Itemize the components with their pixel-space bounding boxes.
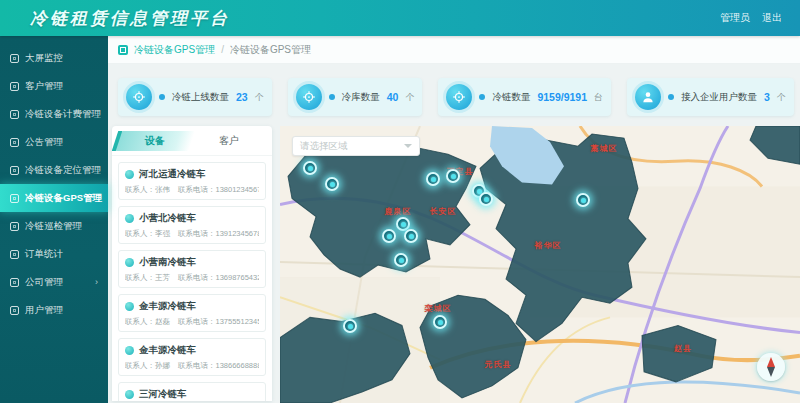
compass-control[interactable]	[756, 351, 786, 385]
device-marker-icon[interactable]	[303, 161, 317, 175]
device-title: 金丰源冷链车	[139, 344, 196, 357]
tab-label: 客户	[219, 135, 239, 146]
bullet-icon	[668, 94, 674, 100]
device-marker-icon[interactable]	[325, 177, 339, 191]
device-dot-icon	[125, 346, 134, 355]
marker-core	[484, 197, 489, 202]
marker-core	[438, 320, 443, 325]
app-window: 冷链租赁信息管理平台 管理员 退出 大屏监控 客户管理 冷链设备计费管理 公告管…	[0, 0, 800, 403]
device-marker-icon[interactable]	[382, 229, 396, 243]
device-dot-icon	[125, 170, 134, 179]
sidebar-item-label: 大屏监控	[25, 52, 63, 65]
menu-icon	[10, 250, 19, 259]
chevron-down-icon	[404, 144, 412, 148]
sidebar-item-users[interactable]: 用户管理	[0, 296, 108, 324]
stat-card-depots: 冷库数量 40 个	[288, 78, 423, 116]
app-header: 冷链租赁信息管理平台 管理员 退出	[0, 0, 800, 36]
content-area: 设备 客户 河北运通冷链车 联系人：张伟联系电话：13801234567	[108, 126, 800, 403]
map-base-svg	[280, 126, 800, 403]
sidebar-item-customers[interactable]: 客户管理	[0, 72, 108, 100]
menu-icon	[10, 166, 19, 175]
menu-icon	[10, 138, 19, 147]
stat-unit: 个	[405, 91, 414, 104]
sidebar: 大屏监控 客户管理 冷链设备计费管理 公告管理 冷链设备定位管理 冷链设备GPS…	[0, 36, 108, 403]
region-select-placeholder: 请选择区域	[300, 140, 404, 153]
logout-link[interactable]: 退出	[762, 11, 782, 25]
list-item[interactable]: 小营北冷链车 联系人：李强联系电话：13912345678	[118, 206, 266, 244]
sidebar-item-company[interactable]: 公司管理 ›	[0, 268, 108, 296]
device-marker-icon[interactable]	[446, 169, 460, 183]
device-marker-icon[interactable]	[576, 193, 590, 207]
breadcrumb-root[interactable]: 冷链设备GPS管理	[134, 43, 215, 57]
panel-tabs: 设备 客户	[112, 126, 272, 156]
breadcrumb-current: 冷链设备GPS管理	[230, 43, 311, 57]
marker-core	[387, 234, 392, 239]
device-dot-icon	[125, 390, 134, 399]
bullet-icon	[159, 94, 165, 100]
tab-device[interactable]: 设备	[115, 131, 195, 151]
marker-core	[581, 198, 586, 203]
gps-icon	[296, 84, 322, 110]
device-marker-icon[interactable]	[426, 172, 440, 186]
user-area: 管理员 退出	[720, 11, 782, 25]
stat-label: 接入企业用户数量	[681, 91, 757, 104]
stat-card-online: 冷链上线数量 23 个	[118, 78, 272, 116]
sidebar-item-inspection[interactable]: 冷链巡检管理	[0, 212, 108, 240]
sidebar-item-positioning[interactable]: 冷链设备定位管理	[0, 156, 108, 184]
menu-icon	[10, 82, 19, 91]
device-marker-icon[interactable]	[433, 315, 447, 329]
device-marker-icon[interactable]	[479, 192, 493, 206]
sidebar-item-label: 冷链设备计费管理	[25, 108, 101, 121]
menu-icon	[10, 110, 19, 119]
menu-icon	[10, 306, 19, 315]
list-item[interactable]: 河北运通冷链车 联系人：张伟联系电话：13801234567	[118, 162, 266, 200]
marker-core	[399, 258, 404, 263]
marker-core	[451, 174, 456, 179]
gps-icon	[446, 84, 472, 110]
stat-unit: 台	[594, 91, 603, 104]
device-meta: 联系人：王芳联系电话：13698765432	[125, 273, 259, 283]
marker-core	[308, 166, 313, 171]
stat-label: 冷库数量	[342, 91, 380, 104]
device-title: 小营南冷链车	[139, 256, 196, 269]
bullet-icon	[479, 94, 485, 100]
device-dot-icon	[125, 258, 134, 267]
device-meta: 联系人：孙娜联系电话：13866668888	[125, 361, 259, 371]
device-meta: 联系人：李强联系电话：13912345678	[125, 229, 259, 239]
bullet-icon	[329, 94, 335, 100]
sidebar-item-orders[interactable]: 订单统计	[0, 240, 108, 268]
sidebar-item-label: 订单统计	[25, 248, 63, 261]
breadcrumb-separator: /	[221, 44, 224, 55]
region-select[interactable]: 请选择区域	[292, 136, 420, 156]
menu-icon	[10, 278, 19, 287]
sidebar-item-notices[interactable]: 公告管理	[0, 128, 108, 156]
stat-unit: 个	[777, 91, 786, 104]
user-name[interactable]: 管理员	[720, 11, 750, 25]
device-dot-icon	[125, 214, 134, 223]
stats-row: 冷链上线数量 23 个 冷库数量 40 个	[118, 78, 790, 116]
list-item[interactable]: 金丰源冷链车 联系人：赵磊联系电话：13755512345	[118, 294, 266, 332]
tab-customer[interactable]: 客户	[192, 131, 266, 151]
stat-label: 冷链上线数量	[172, 91, 229, 104]
device-meta: 联系人：赵磊联系电话：13755512345	[125, 317, 259, 327]
compass-needle-icon	[763, 356, 779, 378]
device-marker-icon[interactable]	[394, 253, 408, 267]
user-icon	[635, 84, 661, 110]
device-list[interactable]: 河北运通冷链车 联系人：张伟联系电话：13801234567 小营北冷链车 联系…	[112, 162, 272, 401]
list-item[interactable]: 小营南冷链车 联系人：王芳联系电话：13698765432	[118, 250, 266, 288]
device-marker-icon[interactable]	[343, 319, 357, 333]
map-canvas[interactable]: 正定县藁城区鹿泉区长安区裕华区栾城区元氏县赵县 请选择区域	[280, 126, 800, 403]
list-item[interactable]: 金丰源冷链车 联系人：孙娜联系电话：13866668888	[118, 338, 266, 376]
stat-value: 9159/9191	[537, 91, 587, 103]
sidebar-item-monitor[interactable]: 大屏监控	[0, 44, 108, 72]
chevron-right-icon: ›	[95, 277, 98, 287]
sidebar-item-label: 客户管理	[25, 80, 63, 93]
sidebar-item-gps[interactable]: 冷链设备GPS管理	[0, 184, 108, 212]
marker-core	[348, 324, 353, 329]
device-list-panel: 设备 客户 河北运通冷链车 联系人：张伟联系电话：13801234567	[112, 126, 272, 401]
stat-value: 23	[236, 91, 248, 103]
list-item[interactable]: 三河冷链车 联系人：刘洋联系电话：13577778888	[118, 382, 266, 401]
menu-icon	[10, 54, 19, 63]
device-marker-icon[interactable]	[404, 229, 418, 243]
sidebar-item-billing[interactable]: 冷链设备计费管理	[0, 100, 108, 128]
